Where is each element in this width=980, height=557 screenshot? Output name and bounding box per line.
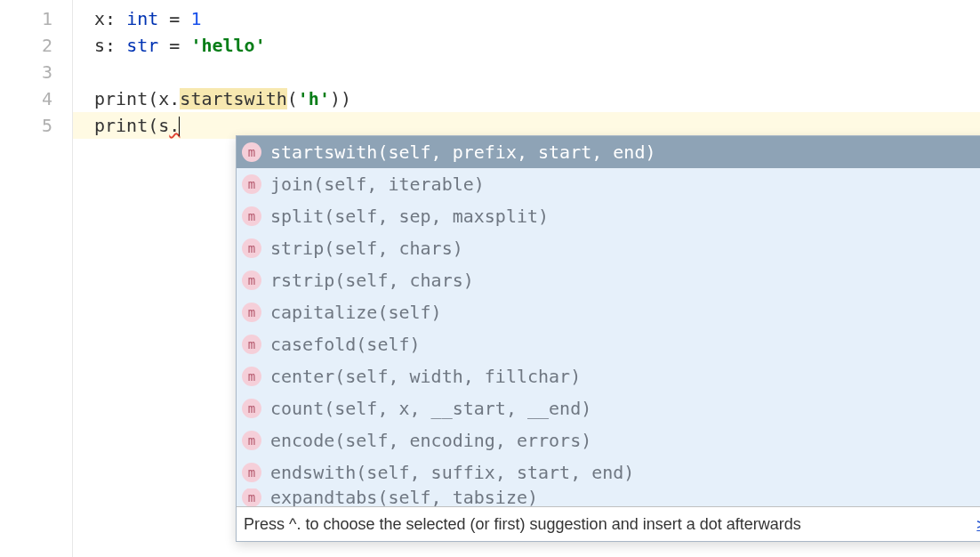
method-icon: m [242, 399, 261, 418]
completion-item[interactable]: m endswith(self, suffix, start, end) str [237, 456, 980, 488]
completion-item[interactable]: m rstrip(self, chars) str [237, 264, 980, 296]
highlighted-method: startswith [180, 88, 286, 109]
completion-label: startswith(self, prefix, start, end) [270, 139, 973, 165]
completion-item[interactable]: m join(self, iterable) str [237, 168, 980, 200]
method-icon: m [242, 431, 261, 450]
method-icon: m [242, 206, 261, 226]
method-icon: m [242, 238, 261, 258]
assign-op: = [158, 35, 190, 56]
variable-name: x [94, 8, 105, 29]
method-icon: m [242, 367, 261, 386]
method-icon: m [242, 303, 261, 322]
method-icon: m [242, 463, 261, 482]
line-number: 5 [0, 112, 52, 139]
method-icon: m [242, 142, 261, 162]
completion-label: encode(self, encoding, errors) [270, 427, 973, 454]
method-icon: m [242, 174, 261, 194]
completion-label: join(self, iterable) [270, 171, 973, 198]
line-number: 2 [0, 32, 52, 59]
code-area[interactable]: x: int = 1 s: str = 'hello' print(x.star… [73, 0, 980, 557]
completion-label: endswith(self, suffix, start, end) [270, 459, 973, 486]
code-line-3[interactable] [94, 59, 980, 85]
method-icon: m [242, 488, 261, 506]
completion-item[interactable]: m split(self, sep, maxsplit) str [237, 200, 980, 232]
function-call: print [94, 88, 148, 109]
completion-item[interactable]: m count(self, x, __start, __end) str [237, 392, 980, 424]
completion-popup: m startswith(self, prefix, start, end) s… [236, 135, 980, 542]
code-line-1[interactable]: x: int = 1 [94, 5, 980, 32]
int-literal: 1 [190, 8, 201, 29]
completion-label: count(self, x, __start, __end) [270, 395, 973, 422]
completion-label: capitalize(self) [270, 299, 973, 326]
completion-item[interactable]: m capitalize(self) str [237, 296, 980, 328]
completion-label: rstrip(self, chars) [270, 267, 973, 294]
completion-hint-text: Press ^. to choose the selected (or firs… [244, 511, 976, 537]
completion-item[interactable]: m expandtabs(self, tabsize) str [237, 488, 980, 506]
completion-label: casefold(self) [270, 331, 973, 358]
more-suggestions-link[interactable]: >> [976, 511, 980, 537]
string-literal: 'hello' [190, 35, 265, 56]
completion-item[interactable]: m startswith(self, prefix, start, end) s… [237, 136, 980, 168]
line-number: 4 [0, 85, 52, 112]
object-ref: x [158, 88, 169, 109]
completion-footer: Press ^. to choose the selected (or firs… [237, 506, 980, 541]
variable-name: s [94, 35, 105, 56]
completion-list[interactable]: m startswith(self, prefix, start, end) s… [237, 136, 980, 506]
code-editor: 1 2 3 4 5 x: int = 1 s: str = 'hello' pr… [0, 0, 980, 557]
method-icon: m [242, 335, 261, 354]
completion-item[interactable]: m center(self, width, fillchar) str [237, 360, 980, 392]
text-caret [179, 117, 180, 136]
type-annotation: str [126, 35, 158, 56]
line-number: 3 [0, 59, 52, 85]
completion-label: center(self, width, fillchar) [270, 363, 973, 390]
completion-label: split(self, sep, maxsplit) [270, 203, 973, 230]
assign-op: = [158, 8, 190, 29]
completion-label: strip(self, chars) [270, 235, 973, 262]
method-icon: m [242, 270, 261, 290]
line-number-gutter: 1 2 3 4 5 [0, 0, 73, 557]
completion-item[interactable]: m casefold(self) str [237, 328, 980, 360]
completion-item[interactable]: m strip(self, chars) str [237, 232, 980, 264]
completion-label: expandtabs(self, tabsize) [270, 488, 973, 506]
completion-item[interactable]: m encode(self, encoding, errors) str [237, 424, 980, 456]
string-literal: 'h' [298, 88, 330, 109]
code-line-2[interactable]: s: str = 'hello' [94, 32, 980, 59]
code-line-4[interactable]: print(x.startswith('h')) [94, 85, 980, 112]
line-number: 1 [0, 5, 52, 32]
type-annotation: int [126, 8, 158, 29]
object-ref: s [158, 115, 169, 136]
function-call: print [94, 115, 148, 136]
